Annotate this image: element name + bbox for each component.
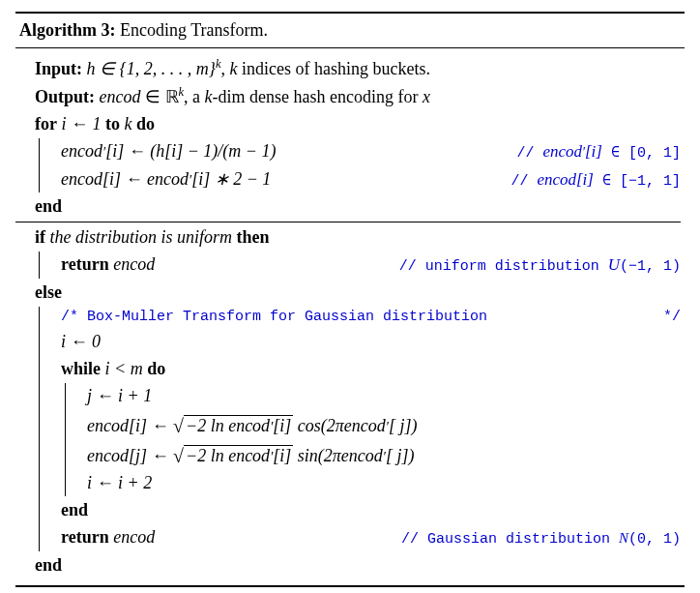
w3-text: encod[j] ← −2 ln encod′[i] sin(2πencod′[… — [87, 440, 414, 469]
init-text: i ← 0 — [61, 329, 101, 355]
w3: encod[j] ← −2 ln encod′[i] sin(2πencod′[… — [87, 440, 681, 469]
w1-text: j ← i + 1 — [87, 383, 152, 409]
for-end: end — [35, 193, 681, 220]
else-header: else — [35, 280, 681, 306]
for-lim: k — [125, 114, 137, 133]
for-l1-right: // encod′[i] ∈ [0, 1] — [516, 139, 681, 165]
end-while-text: end — [61, 497, 88, 523]
end-while: end — [61, 497, 681, 523]
kw-do: do — [136, 114, 155, 133]
init-i: i ← 0 — [61, 329, 681, 355]
w1: j ← i + 1 — [87, 383, 681, 409]
kw-then: then — [237, 227, 270, 247]
for-l2-right: // encod[i] ∈ [−1, 1] — [510, 167, 681, 193]
if-cond: the distribution is uniform — [50, 227, 233, 247]
while-body: j ← i + 1 encod[i] ← −2 ln encod′[i] cos… — [65, 383, 681, 496]
else-body: /* Box-Muller Transform for Gaussian dis… — [39, 307, 681, 551]
algo-number: Algorithm 3: — [19, 20, 115, 40]
if-body: return encod // uniform distribution U(−… — [39, 252, 681, 279]
output-text: encod ∈ ℝk, a k-dim dense hash encoding … — [100, 87, 431, 106]
kw-while: while — [61, 359, 101, 378]
algorithm-title: Algorithm 3: Encoding Transform. — [15, 14, 685, 48]
w4: i ← i + 2 — [87, 470, 681, 496]
for-l2-left: encod[i] ← encod′[i] ∗ 2 − 1 — [61, 166, 271, 193]
uniform-comment: // uniform distribution U(−1, 1) — [399, 252, 681, 279]
return-gaussian: return encod // Gaussian distribution N(… — [61, 524, 681, 551]
input-label: Input: — [35, 59, 82, 78]
kw-for: for — [35, 114, 57, 133]
w2: encod[i] ← −2 ln encod′[i] cos(2πencod′[… — [87, 410, 681, 439]
box-muller-comment: /* Box-Muller Transform for Gaussian dis… — [61, 307, 681, 329]
output-line: Output: encod ∈ ℝk, a k-dim dense hash e… — [35, 83, 681, 110]
ret-var: encod — [113, 254, 155, 274]
for-var: i ← 1 — [61, 114, 105, 133]
separator — [15, 222, 681, 222]
for-header: for i ← 1 to k do — [35, 111, 681, 137]
w4-text: i ← i + 2 — [87, 470, 152, 496]
output-label: Output: — [35, 87, 95, 106]
kw-if: if — [35, 227, 45, 247]
kw-do-2: do — [147, 359, 165, 378]
for-body: encod′[i] ← (h[i] − 1)/(m − 1) // encod′… — [39, 138, 681, 193]
for-l1-left: encod′[i] ← (h[i] − 1)/(m − 1) — [61, 138, 276, 164]
for-line-2: encod[i] ← encod′[i] ∗ 2 − 1 // encod[i]… — [61, 166, 681, 193]
kw-else: else — [35, 280, 62, 306]
end-for: end — [35, 193, 62, 220]
algorithm-block: Algorithm 3: Encoding Transform. Input: … — [15, 12, 685, 587]
input-text-1: h ∈ {1, 2, . . . , m} — [87, 59, 216, 78]
box-comment-l: /* Box-Muller Transform for Gaussian dis… — [61, 307, 487, 329]
input-line: Input: h ∈ {1, 2, . . . , m}k, k indices… — [35, 55, 681, 82]
kw-to: to — [105, 114, 120, 133]
for-line-1: encod′[i] ← (h[i] − 1)/(m − 1) // encod′… — [61, 138, 681, 165]
w2-text: encod[i] ← −2 ln encod′[i] cos(2πencod′[… — [87, 410, 417, 439]
ret2-var: encod — [113, 527, 155, 547]
algo-name: Encoding Transform. — [120, 20, 268, 40]
if-header: if the distribution is uniform then — [35, 224, 681, 251]
return-uniform: return encod // uniform distribution U(−… — [61, 252, 681, 279]
end-if-text: end — [35, 552, 62, 578]
gaussian-comment: // Gaussian distribution N(0, 1) — [401, 527, 681, 551]
while-cond: i < m — [105, 359, 148, 378]
input-text-2: , k indices of hashing buckets. — [221, 59, 430, 78]
while-header: while i < m do — [61, 356, 681, 382]
end-if: end — [35, 552, 681, 578]
kw-return: return — [61, 254, 109, 274]
algorithm-body: Input: h ∈ {1, 2, . . . , m}k, k indices… — [15, 48, 685, 585]
kw-return-2: return — [61, 527, 109, 547]
box-comment-r: */ — [663, 307, 681, 329]
